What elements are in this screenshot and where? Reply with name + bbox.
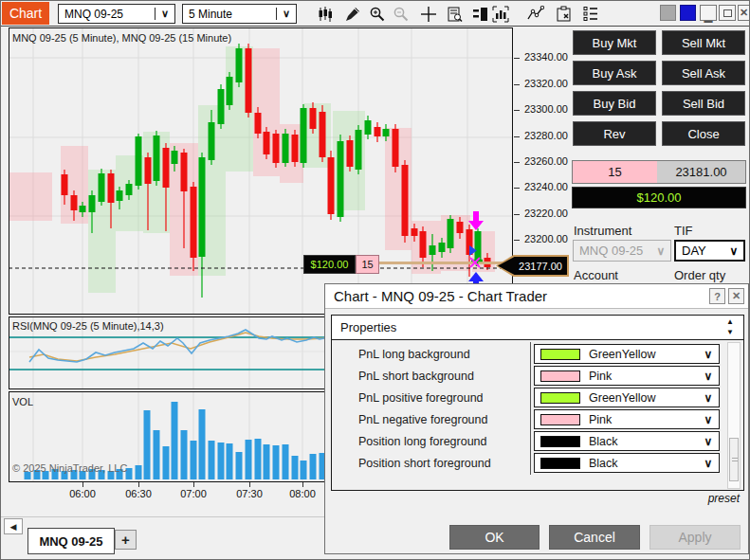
close-position-button[interactable]: Close	[662, 121, 745, 146]
chart-trader-icon[interactable]	[472, 6, 489, 23]
candle	[356, 130, 362, 170]
tif-dropdown[interactable]: DAY ∨	[674, 240, 745, 262]
scrollbar-thumb[interactable]	[729, 438, 739, 481]
candle	[163, 148, 170, 188]
instrument-selector[interactable]: MNQ 09-25 ∨	[58, 4, 175, 24]
volume-bar	[310, 454, 317, 479]
price-axis-label: 23220.00	[524, 208, 568, 219]
instrument-field-label: Instrument	[574, 224, 631, 238]
dialog-title: Chart - MNQ 09-25 - Chart Trader	[334, 288, 547, 304]
add-tab-button[interactable]: +	[115, 530, 137, 550]
candle	[71, 195, 78, 210]
properties-icon[interactable]	[556, 6, 573, 23]
property-row: Position short foregroundBlack∨	[332, 453, 728, 475]
preset-link[interactable]: preset	[708, 492, 740, 505]
volume-bar	[246, 440, 252, 479]
property-divider	[530, 451, 531, 475]
chevron-down-icon: ∨	[698, 370, 719, 383]
sell-ask-button[interactable]: Sell Ask	[662, 61, 745, 85]
candle	[430, 245, 436, 255]
candle	[99, 173, 105, 202]
volume-bar	[264, 444, 270, 479]
candle	[383, 129, 390, 136]
property-color-dropdown[interactable]: GreenYellow∨	[534, 344, 720, 364]
dialog-close-button[interactable]: ✕	[728, 288, 744, 304]
property-label: Position long foreground	[358, 435, 487, 448]
interval-selector[interactable]: 5 Minute ∨	[182, 4, 297, 24]
candle	[365, 120, 372, 135]
candle	[347, 140, 354, 167]
drawing-tools-icon[interactable]	[344, 6, 361, 23]
candle	[310, 108, 317, 129]
properties-scrollbar[interactable]	[727, 342, 741, 489]
property-row: PnL positive foregroundGreenYellow∨	[332, 388, 728, 409]
zoom-in-icon[interactable]	[369, 6, 386, 23]
display-settings-icon[interactable]	[582, 6, 599, 23]
window-app-tab[interactable]: Chart	[2, 2, 49, 25]
property-label: Position short foreground	[358, 457, 491, 470]
candle	[255, 113, 262, 134]
chevron-down-icon: ∨	[724, 244, 743, 258]
price-axis-label: 23260.00	[524, 155, 568, 167]
property-color-dropdown[interactable]: Pink∨	[534, 366, 720, 386]
chevron-down-icon: ∨	[276, 8, 296, 20]
time-axis-tick	[249, 482, 250, 487]
tab-scroll-left-button[interactable]: ◀	[4, 518, 23, 534]
apply-button[interactable]: Apply	[649, 525, 741, 550]
buy-ask-button[interactable]: Buy Ask	[573, 61, 656, 85]
buy-bid-button[interactable]: Buy Bid	[573, 91, 656, 116]
candle	[117, 190, 123, 201]
volume-bar	[172, 402, 178, 479]
property-color-dropdown[interactable]: Black∨	[534, 453, 720, 473]
candle	[227, 77, 233, 105]
sell-marker-arrow-down	[468, 211, 484, 230]
indicators-icon[interactable]	[492, 6, 509, 23]
maximize-button[interactable]	[719, 5, 736, 21]
sell-bid-button[interactable]: Sell Bid	[662, 91, 745, 116]
reverse-button[interactable]: Rev	[573, 121, 656, 146]
volume-bar	[227, 443, 233, 479]
position-display-row: 15 23181.00	[572, 160, 746, 184]
property-color-dropdown[interactable]: Black∨	[534, 431, 720, 451]
candle	[172, 151, 178, 164]
zoom-out-icon[interactable]	[393, 6, 410, 23]
color-swatch	[540, 458, 580, 469]
buy-mkt-button[interactable]: Buy Mkt	[573, 30, 656, 55]
draw-line-icon[interactable]	[527, 6, 544, 23]
minimize-button[interactable]: ▁	[700, 5, 717, 21]
price-chart-panel[interactable]	[9, 27, 513, 315]
chart-style-icon[interactable]	[317, 6, 334, 23]
sell-mkt-button[interactable]: Sell Mkt	[662, 30, 745, 55]
tab-mnq-09-25[interactable]: MNQ 09-25	[27, 528, 115, 554]
property-value: Black	[580, 435, 698, 448]
data-box-icon[interactable]	[447, 6, 464, 23]
candle	[154, 135, 160, 181]
volume-bar	[199, 409, 206, 479]
chart-pnl-badge: $120.00	[303, 255, 356, 274]
color-swatch-blue-button[interactable]	[680, 5, 696, 21]
property-color-dropdown[interactable]: Pink∨	[534, 409, 720, 429]
price-axis-tick	[514, 84, 520, 85]
properties-rows: PnL long backgroundGreenYellow∨PnL short…	[332, 344, 728, 475]
ok-button[interactable]: OK	[449, 525, 540, 550]
chart-series-label: MNQ 09-25 (5 Minute), MNQ 09-25 (15 Minu…	[12, 32, 231, 44]
price-axis-label: 23280.00	[524, 130, 568, 141]
chevron-down-icon: ∨	[698, 391, 719, 405]
time-axis-tick	[82, 482, 83, 487]
property-row: PnL long backgroundGreenYellow∨	[332, 344, 728, 366]
cancel-button[interactable]: Cancel	[549, 525, 640, 550]
position-qty: 15	[573, 161, 657, 183]
candle	[80, 206, 86, 212]
close-button[interactable]: ✕	[738, 5, 750, 21]
color-swatch-gray-button[interactable]	[660, 5, 676, 21]
property-color-dropdown[interactable]: GreenYellow∨	[534, 388, 720, 407]
position-pnl: $120.00	[572, 187, 746, 208]
section-spinner[interactable]: ▲▼	[723, 316, 738, 338]
volume-bar	[163, 446, 170, 479]
dialog-help-button[interactable]: ?	[709, 288, 725, 304]
price-axis-tick	[514, 214, 520, 215]
crosshair-icon[interactable]	[420, 6, 437, 23]
instrument-selector-value: MNQ 09-25	[59, 8, 155, 21]
candle	[412, 228, 418, 236]
properties-section-header[interactable]: Properties ▲▼	[332, 316, 743, 340]
